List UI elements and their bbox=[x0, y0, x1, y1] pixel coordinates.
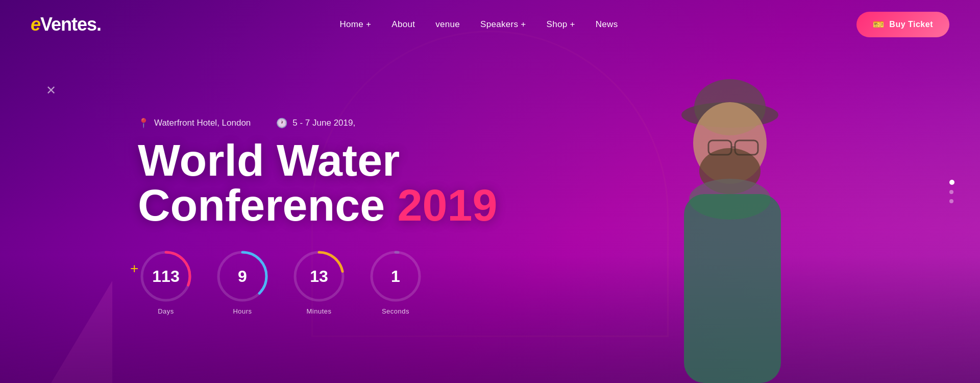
nav-item-home[interactable]: Home + bbox=[340, 19, 372, 30]
logo-e: e bbox=[31, 14, 40, 35]
logo-text: eVentes. bbox=[31, 14, 101, 35]
nav-item-shop[interactable]: Shop + bbox=[547, 19, 575, 30]
person-silhouette bbox=[582, 36, 827, 383]
nav-link-speakers[interactable]: Speakers + bbox=[480, 19, 526, 29]
nav-link-shop[interactable]: Shop + bbox=[547, 19, 575, 29]
nav-link-home[interactable]: Home + bbox=[340, 19, 372, 29]
countdown-number-days: 113 bbox=[152, 268, 179, 284]
x-decoration: ✕ bbox=[46, 84, 56, 97]
hero-title: World Water Conference 2019 bbox=[138, 138, 497, 228]
countdown-value-wrap-days: 113 bbox=[152, 268, 179, 284]
countdown-value-wrap-minutes: 13 bbox=[310, 268, 328, 284]
countdown-number-hours: 9 bbox=[238, 268, 247, 284]
countdown-number-minutes: 13 bbox=[310, 268, 328, 284]
person-area bbox=[572, 26, 837, 383]
countdown-ring-days: 113 bbox=[138, 248, 194, 304]
location-icon: 📍 bbox=[138, 117, 149, 129]
countdown-label-seconds: Seconds bbox=[382, 307, 409, 315]
countdown: 113 Days 9 Hours 13 Minutes bbox=[138, 248, 497, 315]
svg-rect-16 bbox=[684, 194, 781, 383]
hero-section: eVentes. Home + About venue Speakers + S… bbox=[0, 0, 980, 383]
countdown-ring-hours: 9 bbox=[214, 248, 271, 304]
date-meta: 🕐 5 - 7 June 2019, bbox=[276, 117, 355, 129]
countdown-hours: 9 Hours bbox=[214, 248, 271, 315]
location-meta: 📍 Waterfront Hotel, London bbox=[138, 117, 251, 129]
nav-item-about[interactable]: About bbox=[391, 19, 415, 30]
nav-links: Home + About venue Speakers + Shop + New… bbox=[340, 19, 618, 30]
countdown-label-minutes: Minutes bbox=[306, 307, 331, 315]
event-meta: 📍 Waterfront Hotel, London 🕐 5 - 7 June … bbox=[138, 117, 497, 129]
hero-content: 📍 Waterfront Hotel, London 🕐 5 - 7 June … bbox=[138, 117, 497, 315]
buy-ticket-label: Buy Ticket bbox=[889, 20, 933, 29]
countdown-days: 113 Days bbox=[138, 248, 194, 315]
nav-item-speakers[interactable]: Speakers + bbox=[480, 19, 526, 30]
countdown-label-hours: Hours bbox=[233, 307, 252, 315]
nav-dots bbox=[949, 180, 954, 203]
countdown-minutes: 13 Minutes bbox=[291, 248, 347, 315]
buy-ticket-button[interactable]: 🎫 Buy Ticket bbox=[856, 12, 949, 37]
countdown-seconds: 1 Seconds bbox=[368, 248, 424, 315]
countdown-label-days: Days bbox=[158, 307, 174, 315]
clock-icon: 🕐 bbox=[276, 117, 287, 129]
logo-rest: Ventes. bbox=[40, 14, 101, 35]
nav-dot-2[interactable] bbox=[949, 190, 953, 194]
date-text: 5 - 7 June 2019, bbox=[292, 118, 355, 128]
nav-dot-1[interactable] bbox=[949, 180, 954, 185]
location-text: Waterfront Hotel, London bbox=[154, 118, 251, 128]
logo[interactable]: eVentes. bbox=[31, 14, 101, 35]
title-line2: Conference bbox=[138, 180, 385, 230]
nav-item-news[interactable]: News bbox=[596, 19, 618, 30]
countdown-ring-seconds: 1 bbox=[368, 248, 424, 304]
nav-dot-3[interactable] bbox=[949, 199, 953, 203]
countdown-ring-minutes: 13 bbox=[291, 248, 347, 304]
ticket-icon: 🎫 bbox=[873, 19, 885, 30]
countdown-number-seconds: 1 bbox=[391, 268, 400, 284]
title-year: 2019 bbox=[398, 180, 498, 230]
countdown-value-wrap-seconds: 1 bbox=[391, 268, 400, 284]
nav-link-about[interactable]: About bbox=[391, 19, 415, 29]
nav-link-venue[interactable]: venue bbox=[435, 19, 460, 29]
title-line1: World Water bbox=[138, 135, 400, 185]
countdown-value-wrap-hours: 9 bbox=[238, 268, 247, 284]
navbar: eVentes. Home + About venue Speakers + S… bbox=[0, 0, 980, 49]
nav-link-news[interactable]: News bbox=[596, 19, 618, 29]
plus-decoration: + bbox=[130, 260, 138, 277]
nav-item-venue[interactable]: venue bbox=[435, 19, 460, 30]
